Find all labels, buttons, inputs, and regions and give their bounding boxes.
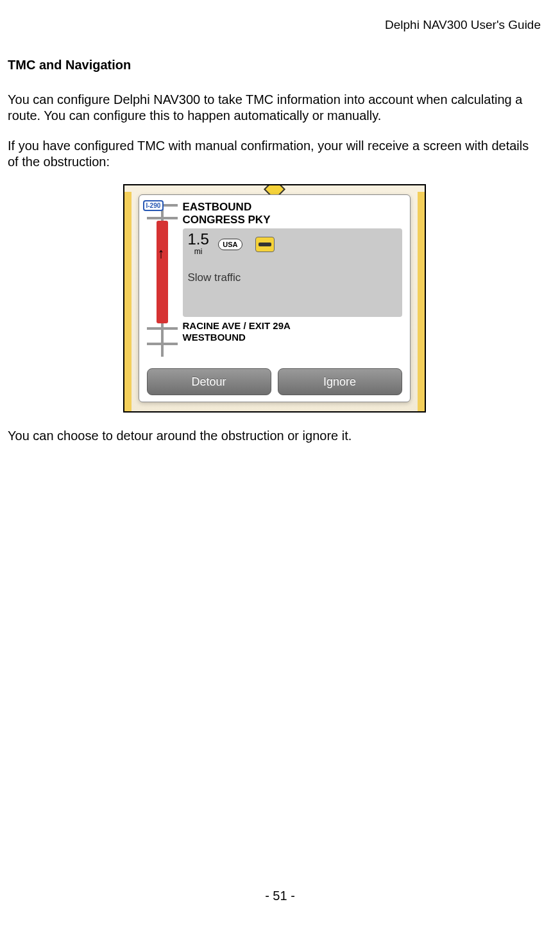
detour-button[interactable]: Detour <box>147 368 271 395</box>
page-number: - 51 - <box>0 889 560 903</box>
map-background: ↑ I-290 EASTBOUND CONGRESS PKY 1.5 mi US… <box>124 185 425 411</box>
distance-value: 1.5 <box>188 230 209 248</box>
paragraph-1: You can configure Delphi NAV300 to take … <box>8 92 541 124</box>
direction-top: EASTBOUND <box>183 201 402 214</box>
tmc-dialog: ↑ I-290 EASTBOUND CONGRESS PKY 1.5 mi US… <box>139 194 411 402</box>
condition-box: 1.5 mi USA Slow traffic <box>183 228 402 317</box>
arrow-up-icon: ↑ <box>158 245 165 262</box>
tmc-screenshot: ↑ I-290 EASTBOUND CONGRESS PKY 1.5 mi US… <box>123 184 426 413</box>
direction-bottom: WESTBOUND <box>183 332 402 343</box>
paragraph-2: If you have configured TMC with manual c… <box>8 138 541 170</box>
route-tick <box>147 327 178 330</box>
distance: 1.5 mi <box>188 232 209 256</box>
page-content: TMC and Navigation You can configure Del… <box>8 58 541 458</box>
paragraph-3: You can choose to detour around the obst… <box>8 428 541 444</box>
route-diagram: ↑ I-290 <box>147 201 178 361</box>
tmc-info: ↑ I-290 EASTBOUND CONGRESS PKY 1.5 mi US… <box>147 201 402 361</box>
interstate-shield: I-290 <box>143 200 164 211</box>
country-badge: USA <box>218 239 242 250</box>
route-tick <box>147 217 178 219</box>
road-top: CONGRESS PKY <box>183 214 402 226</box>
exit-text: RACINE AVE / EXIT 29A <box>183 321 402 332</box>
route-tick <box>147 343 178 345</box>
page-header: Delphi NAV300 User's Guide <box>385 18 541 32</box>
button-row: Detour Ignore <box>147 368 402 395</box>
tmc-details: EASTBOUND CONGRESS PKY 1.5 mi USA Slow t… <box>178 201 402 361</box>
condition-text: Slow traffic <box>188 271 397 284</box>
lower-lines: RACINE AVE / EXIT 29A WESTBOUND <box>183 321 402 343</box>
ignore-button[interactable]: Ignore <box>278 368 402 395</box>
distance-unit: mi <box>188 247 209 256</box>
congestion-bar <box>157 221 168 323</box>
section-title: TMC and Navigation <box>8 58 541 72</box>
traffic-icon <box>255 237 275 252</box>
